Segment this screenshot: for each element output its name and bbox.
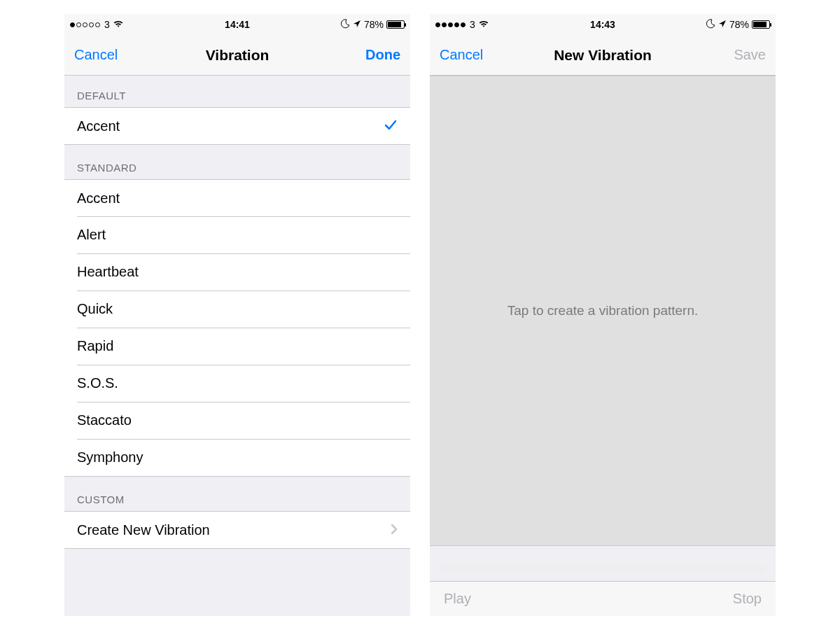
battery-percent: 78% — [729, 19, 749, 30]
playback-toolbar: Play Stop — [430, 581, 776, 616]
vibration-list: DEFAULT Accent STANDARD Accent Alert Hea… — [64, 76, 410, 616]
battery-icon — [752, 20, 770, 29]
nav-bar: Cancel New Vibration Save — [430, 35, 776, 76]
phone-new-vibration: 3 14:43 78% Cancel New Vibration Save — [430, 14, 776, 616]
signal-strength-icon — [70, 22, 100, 27]
done-button[interactable]: Done — [365, 47, 400, 63]
signal-strength-icon — [435, 22, 465, 27]
cell-label: Symphony — [77, 449, 144, 465]
stop-button[interactable]: Stop — [733, 591, 762, 607]
vibration-option-heartbeat[interactable]: Heartbeat — [64, 253, 410, 290]
cell-label: Rapid — [77, 338, 113, 354]
vibration-option-alert[interactable]: Alert — [64, 216, 410, 253]
vibration-timeline — [440, 566, 766, 573]
phone-vibration-list: 3 14:41 78% Cancel Vibration Done — [64, 14, 410, 616]
cell-label: Accent — [77, 190, 120, 206]
vibration-option-staccato[interactable]: Staccato — [64, 402, 410, 439]
carrier-label: 3 — [104, 19, 110, 30]
cell-label: Accent — [77, 118, 120, 134]
carrier-label: 3 — [470, 19, 475, 30]
cell-label: Create New Vibration — [77, 522, 210, 538]
create-new-vibration[interactable]: Create New Vibration — [64, 511, 410, 548]
location-icon — [718, 19, 727, 30]
wifi-icon — [478, 19, 489, 30]
vibration-option-default-accent[interactable]: Accent — [64, 107, 410, 144]
cancel-button[interactable]: Cancel — [440, 47, 483, 63]
vibration-option-quick[interactable]: Quick — [64, 290, 410, 328]
chevron-right-icon — [391, 522, 398, 538]
section-header-standard: STANDARD — [64, 145, 410, 179]
vibration-option-symphony[interactable]: Symphony — [64, 439, 410, 476]
cell-label: Quick — [77, 301, 113, 317]
vibration-option-sos[interactable]: S.O.S. — [64, 365, 410, 402]
status-bar: 3 14:41 78% — [64, 14, 410, 35]
wifi-icon — [113, 19, 124, 30]
cell-label: Alert — [77, 227, 106, 243]
cell-label: Heartbeat — [77, 264, 139, 280]
new-vibration-body: Tap to create a vibration pattern. Play … — [430, 76, 776, 616]
location-icon — [353, 19, 361, 30]
tap-hint: Tap to create a vibration pattern. — [507, 303, 699, 318]
section-header-default: DEFAULT — [64, 76, 410, 107]
vibration-option-rapid[interactable]: Rapid — [64, 328, 410, 365]
vibration-tap-area[interactable]: Tap to create a vibration pattern. — [430, 76, 776, 546]
battery-percent: 78% — [364, 19, 384, 30]
battery-icon — [386, 20, 405, 29]
status-bar: 3 14:43 78% — [430, 14, 776, 35]
cell-label: S.O.S. — [77, 375, 118, 391]
nav-bar: Cancel Vibration Done — [64, 35, 410, 76]
vibration-option-accent[interactable]: Accent — [64, 179, 410, 216]
play-button[interactable]: Play — [444, 591, 471, 607]
section-header-custom: CUSTOM — [64, 477, 410, 511]
cell-label: Staccato — [77, 412, 132, 428]
checkmark-icon — [384, 118, 398, 135]
do-not-disturb-icon — [706, 19, 715, 31]
cancel-button[interactable]: Cancel — [74, 47, 118, 63]
save-button[interactable]: Save — [734, 47, 766, 63]
do-not-disturb-icon — [340, 19, 350, 31]
